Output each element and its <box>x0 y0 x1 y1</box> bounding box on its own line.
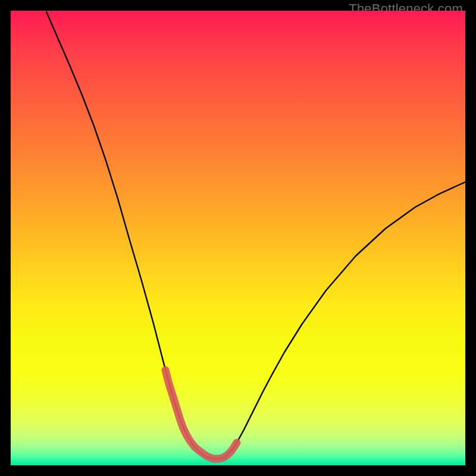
black-curve <box>46 12 465 459</box>
chart-stage: TheBottleneck.com <box>0 0 476 476</box>
plot-area <box>11 11 465 465</box>
highlight-segment <box>165 370 237 459</box>
curve-layer <box>11 11 465 465</box>
